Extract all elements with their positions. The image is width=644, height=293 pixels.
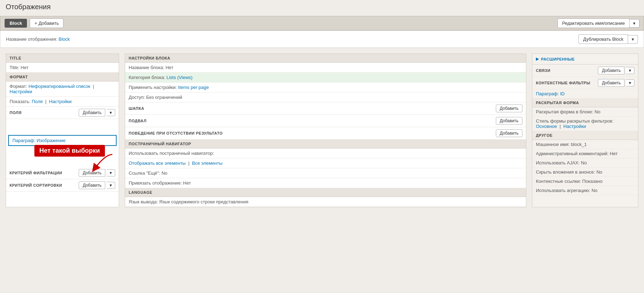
hide-attachments-row: Скрыть вложения в анонсе: No	[532, 168, 638, 177]
language-header: LANGUAGE	[125, 188, 526, 197]
filter-add-dropdown[interactable]: ▼	[107, 169, 115, 176]
filter-add-button[interactable]: Добавить	[79, 169, 105, 177]
pager-links-row: Отображать все элементы | Все элементы	[125, 158, 526, 168]
fields-add-group: Добавить ▼	[79, 109, 115, 117]
block-button[interactable]: Block	[5, 19, 27, 28]
block-settings-header: НАСТРОЙКИ БЛОКА	[125, 54, 526, 63]
error-overlay: Нет такой выборки	[34, 145, 105, 157]
view-name-text: Название отображения: Block	[6, 36, 70, 42]
show-settings-link[interactable]: Настройки	[49, 99, 72, 104]
context-filters-label: КОНТЕКСТНЫЕ ФИЛЬТРЫ	[536, 81, 590, 85]
expanded-header: ▶ РАСШИРЕННЫЕ	[532, 54, 638, 64]
apply-settings-row: Применить настройки: Items per page	[125, 83, 526, 92]
fields-add-button[interactable]: Добавить	[79, 109, 105, 117]
format-link[interactable]: Неформатированный список	[28, 84, 90, 89]
toolbar-left: Block Добавить	[5, 18, 63, 28]
show-link[interactable]: Поля	[32, 99, 43, 104]
title-section-header: TITLE	[6, 54, 119, 63]
title-row: Title: Нет	[6, 63, 119, 73]
header-section-label: ШАПКА	[129, 106, 144, 111]
format-label: Формат:	[10, 84, 27, 89]
toolbar: Block Добавить Редактировать имя/описани…	[0, 16, 644, 30]
empty-add-button[interactable]: Добавить	[496, 129, 522, 137]
pager-use-row: Использовать постраничный навигатор:	[125, 148, 526, 158]
filter-header: КРИТЕРИЙ ФИЛЬТРАЦИИ	[10, 171, 62, 175]
sort-add-button[interactable]: Добавить	[79, 181, 105, 189]
show-row: Показать: Поля | Настройки	[6, 97, 119, 107]
filter-add-group: Добавить ▼	[79, 169, 115, 177]
category-link[interactable]: Lists (Views)	[167, 75, 192, 80]
access-row: Доступ: Без ограничений	[125, 92, 526, 102]
apply-link[interactable]: Items per page	[178, 85, 209, 90]
triangle-icon: ▶	[536, 57, 539, 61]
empty-section-row: ПОВЕДЕНИЕ ПРИ ОТСУТСТВИИ РЕЗУЛЬТАТО Доба…	[125, 127, 526, 140]
page-header: Отображения	[0, 0, 644, 16]
field-item-paragraph[interactable]: Параграф: Изображение	[8, 135, 117, 146]
exposed-form-header: РАСКРЫТАЯ ФОРМА	[532, 98, 638, 107]
duplicate-group: Дублировать Block ▼	[578, 34, 638, 44]
all-elements-link[interactable]: Все элементы	[192, 160, 223, 166]
block-category-row: Категория блока: Lists (Views)	[125, 73, 526, 83]
toolbar-right: Редактировать имя/описание ▼	[558, 18, 639, 28]
edit-name-dropdown[interactable]: ▼	[629, 19, 639, 28]
format-settings-link[interactable]: Настройки	[10, 89, 32, 94]
footer-add-button[interactable]: Добавить	[496, 117, 522, 125]
block-name-row: Название блока: Нет	[125, 63, 526, 73]
expanded-label: РАСШИРЕННЫЕ	[541, 57, 575, 61]
relations-add-group: Добавить ▼	[598, 67, 634, 74]
ajax-row: Использовать AJAX: No	[532, 158, 638, 168]
footer-section-row: ПОДВАЛ Добавить	[125, 115, 526, 127]
contextual-links-row: Контекстные ссылки: Показано	[532, 177, 638, 186]
relations-add-dropdown[interactable]: ▼	[626, 67, 634, 74]
format-section-header: ФОРМАТ	[6, 73, 119, 81]
fields-header: ПОЛЯ	[10, 111, 22, 115]
main-content: TITLE Title: Нет ФОРМАТ Формат: Неформат…	[0, 48, 644, 213]
filter-header-row: КРИТЕРИЙ ФИЛЬТРАЦИИ Добавить ▼	[6, 167, 119, 179]
empty-section-label: ПОВЕДЕНИЕ ПРИ ОТСУТСТВИИ РЕЗУЛЬТАТО	[129, 131, 223, 135]
exposed-style-row: Стиль формы раскрытых фильтров: Основное…	[532, 117, 638, 131]
view-name-link[interactable]: Block	[58, 36, 70, 42]
lang-row: Язык вывода: Язык содержимого строки пре…	[125, 197, 526, 207]
relations-label: СВЯЗИ	[536, 68, 550, 73]
fields-area: Нет такой выборки Параграф: Изображение	[6, 135, 119, 167]
admin-comment-row: Административный комментарий: Нет	[532, 149, 638, 158]
fields-header-row: ПОЛЯ Добавить ▼	[6, 107, 119, 119]
edit-name-button[interactable]: Редактировать имя/описание	[558, 18, 629, 28]
format-row: Формат: Неформатированный список | Настр…	[6, 81, 119, 97]
fields-add-dropdown[interactable]: ▼	[107, 109, 115, 116]
duplicate-button[interactable]: Дублировать Block	[578, 34, 628, 44]
attach-row: Привязать отображение: Нет	[125, 178, 526, 188]
other-header: ДРУГОЕ	[532, 131, 638, 140]
view-name-bar: Название отображения: Block Дублировать …	[0, 30, 644, 48]
context-filters-row: КОНТЕКСТНЫЕ ФИЛЬТРЫ Добавить ▼	[532, 77, 638, 89]
relations-add-button[interactable]: Добавить	[598, 67, 625, 74]
sort-header: КРИТЕРИЙ СОРТИРОВКИ	[10, 183, 62, 187]
sort-add-dropdown[interactable]: ▼	[107, 182, 115, 189]
header-add-button[interactable]: Добавить	[496, 105, 522, 112]
exposed-settings-link[interactable]: Настройки	[563, 124, 586, 129]
context-filters-add-button[interactable]: Добавить	[598, 79, 625, 87]
context-filters-add-dropdown[interactable]: ▼	[626, 79, 634, 86]
sort-header-row: КРИТЕРИЙ СОРТИРОВКИ Добавить ▼	[6, 179, 119, 192]
left-column: TITLE Title: Нет ФОРМАТ Формат: Неформат…	[6, 53, 119, 207]
exposed-in-block-row: Раскрытая форма в блоке: No	[532, 107, 638, 117]
show-label: Показать:	[10, 99, 30, 104]
aggregation-row: Использовать агрегацию: No	[532, 186, 638, 195]
display-all-link[interactable]: Отображать все элементы	[129, 160, 186, 166]
add-button[interactable]: Добавить	[30, 18, 63, 28]
header-section-row: ШАПКА Добавить	[125, 102, 526, 115]
footer-section-label: ПОДВАЛ	[129, 119, 146, 123]
context-filters-add-group: Добавить ▼	[598, 79, 634, 87]
more-link-row: Ссылка "Ещё": No	[125, 168, 526, 178]
middle-column: НАСТРОЙКИ БЛОКА Название блока: Нет Кате…	[125, 53, 526, 207]
relations-row: СВЯЗИ Добавить ▼	[532, 64, 638, 77]
right-column: ▶ РАСШИРЕННЫЕ СВЯЗИ Добавить ▼ КОНТЕКСТН…	[532, 53, 638, 207]
page-title: Отображения	[6, 3, 638, 11]
pager-header: ПОСТРАНИЧНЫЙ НАВИГАТОР	[125, 140, 526, 148]
context-filter-item: Параграф: ID	[532, 89, 638, 98]
sort-add-group: Добавить ▼	[79, 181, 115, 189]
duplicate-dropdown[interactable]: ▼	[628, 35, 638, 44]
machine-name-row: Машинное имя: block_1	[532, 140, 638, 149]
style-link[interactable]: Основное	[536, 124, 557, 129]
paragraph-id-link[interactable]: Параграф: ID	[536, 91, 565, 96]
